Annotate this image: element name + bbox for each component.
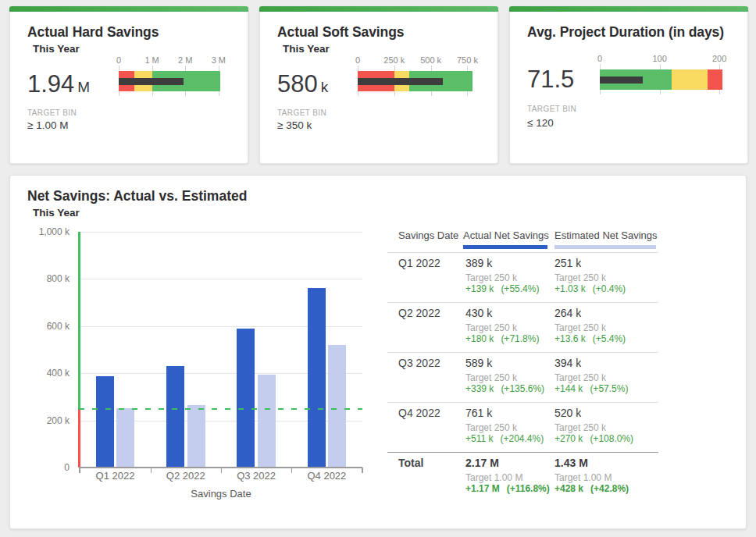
bar-actual-q2-2022[interactable] (166, 366, 184, 468)
row-label: Q1 2022 (398, 258, 440, 269)
delta-percent: (+135.6%) (501, 383, 544, 394)
kpi-value: 580k (277, 72, 328, 99)
delta-value: +511 k (465, 433, 493, 444)
kpi-card-actual-hard-savings[interactable]: Actual Hard Savings This Year 1.94M 01 M… (9, 6, 248, 164)
header-underline-estimated (555, 245, 656, 249)
kpi-card-actual-soft-savings[interactable]: Actual Soft Savings This Year 580k 0250 … (259, 6, 498, 164)
bullet-tick-label: 0 (355, 55, 360, 65)
table-row-total[interactable]: Total2.17 MTarget 1.00 M+1.17 M(+116.8%)… (387, 453, 658, 507)
y-axis-tick-label: 0 (15, 462, 70, 473)
bullet-tick-label: 500 k (420, 55, 441, 65)
table-row[interactable]: Q1 2022389 kTarget 250 k+139 k(+55.4%)25… (387, 253, 658, 303)
x-axis-category-label: Q3 2022 (237, 471, 276, 482)
kpi-card-avg-project-duration[interactable]: Avg. Project Duration (in days) 71.5 010… (509, 6, 748, 164)
x-axis-title: Savings Date (191, 489, 251, 500)
target-bin-value: ≤ 120 (527, 117, 554, 129)
table-rows: Q1 2022389 kTarget 250 k+139 k(+55.4%)25… (387, 252, 658, 507)
cell-value: 430 k (465, 308, 492, 319)
y-axis-line-red (78, 409, 80, 468)
cell-delta: +1.03 k(+0.4%) (555, 284, 626, 294)
x-axis-category-label: Q2 2022 (166, 471, 205, 482)
cell-target: Target 250 k (465, 373, 517, 383)
bullet-tick-label: 3 M (212, 55, 226, 65)
kpi-subtitle: This Year (283, 44, 330, 55)
cell-target: Target 1.00 M (555, 473, 612, 483)
bullet-chart: 0100200 (600, 54, 722, 96)
delta-value: +270 k (555, 433, 583, 444)
x-axis-tick (221, 468, 223, 473)
cell-value: 1.43 M (555, 457, 588, 469)
chart-subtitle: This Year (33, 208, 80, 219)
chart-title: Net Savings: Actual vs. Estimated (27, 189, 247, 203)
bar-estimated-q3-2022[interactable] (258, 375, 276, 468)
x-axis-tick (362, 468, 363, 473)
cell-delta: +144 k(+57.5%) (555, 384, 628, 394)
kpi-title: Actual Hard Savings (27, 26, 159, 39)
bullet-chart: 01 M2 M3 M (119, 55, 220, 98)
header-underline-actual (463, 245, 547, 249)
bar-actual-q4-2022[interactable] (308, 288, 326, 468)
delta-value: +428 k (555, 483, 583, 494)
kpi-title: Actual Soft Savings (277, 26, 404, 39)
cell-target: Target 250 k (465, 273, 517, 283)
x-axis-tick (151, 468, 152, 473)
bullet-tick-label: 750 k (457, 55, 478, 65)
cell-value: 520 k (555, 407, 581, 419)
bullet-tick-label: 250 k (383, 55, 405, 65)
kpi-subtitle: This Year (33, 44, 80, 55)
target-bin-label: TARGET BIN (277, 108, 326, 117)
delta-percent: (+108.0%) (590, 433, 633, 444)
cell-delta: +339 k(+135.6%) (465, 384, 544, 394)
bar-actual-q1-2022[interactable] (96, 376, 114, 468)
x-axis-category-label: Q4 2022 (307, 471, 346, 482)
bullet-value-bar (600, 76, 643, 84)
bar-chart-plot (79, 232, 362, 468)
bullet-chart: 0250 k500 k750 k (358, 55, 472, 98)
y-axis-tick-label: 600 k (15, 321, 70, 332)
table-row[interactable]: Q3 2022589 kTarget 250 k+339 k(+135.6%)3… (387, 353, 658, 403)
cell-value: 2.17 M (465, 457, 499, 469)
delta-value: +180 k (465, 333, 494, 344)
table-row[interactable]: Q4 2022761 kTarget 250 k+511 k(+204.4%)5… (387, 403, 658, 453)
bullet-tick-label: 0 (116, 55, 121, 65)
cell-delta: +1.17 M(+116.8%) (465, 484, 550, 494)
delta-percent: (+5.4%) (593, 333, 626, 344)
cell-delta: +428 k(+42.8%) (555, 484, 629, 494)
card-accent-bar (259, 6, 498, 12)
cell-target: Target 250 k (555, 323, 606, 333)
y-axis-tick-label: 200 k (15, 415, 70, 426)
delta-value: +144 k (555, 383, 583, 394)
table-header-savings-date: Savings Date (398, 230, 458, 241)
target-bin-label: TARGET BIN (27, 108, 77, 117)
card-accent-bar (9, 6, 248, 12)
bullet-tick-label: 100 (652, 54, 666, 63)
bar-estimated-q1-2022[interactable] (116, 408, 134, 468)
delta-value: +139 k (465, 283, 494, 294)
x-axis-tick (291, 468, 293, 473)
cell-delta: +13.6 k(+5.4%) (555, 334, 626, 344)
kpi-title: Avg. Project Duration (in days) (527, 26, 724, 39)
delta-percent: (+55.4%) (501, 283, 539, 294)
bullet-tick-label: 1 M (144, 55, 159, 65)
cell-target: Target 250 k (555, 273, 606, 283)
row-label: Q3 2022 (398, 357, 440, 369)
bullet-tick-label: 200 (712, 54, 726, 63)
gridline (79, 279, 362, 279)
cell-target: Target 250 k (465, 423, 517, 433)
cell-value: 264 k (555, 308, 581, 319)
cell-target: Target 250 k (555, 373, 606, 383)
table-row[interactable]: Q2 2022430 kTarget 250 k+180 k(+71.8%)26… (387, 303, 658, 353)
bar-estimated-q4-2022[interactable] (328, 345, 346, 468)
bar-estimated-q2-2022[interactable] (187, 405, 205, 468)
bullet-value-bar (358, 78, 443, 85)
cell-delta: +139 k(+55.4%) (465, 284, 539, 294)
bar-actual-q3-2022[interactable] (237, 329, 255, 468)
row-label: Q4 2022 (398, 407, 440, 419)
delta-value: +1.17 M (465, 483, 500, 494)
target-bin-label: TARGET BIN (527, 105, 576, 113)
cell-value: 761 k (465, 407, 492, 419)
target-bin-value: ≥ 1.00 M (27, 119, 68, 131)
kpi-value: 1.94M (27, 72, 90, 99)
row-label: Total (398, 457, 423, 469)
cell-target: Target 250 k (555, 423, 606, 433)
